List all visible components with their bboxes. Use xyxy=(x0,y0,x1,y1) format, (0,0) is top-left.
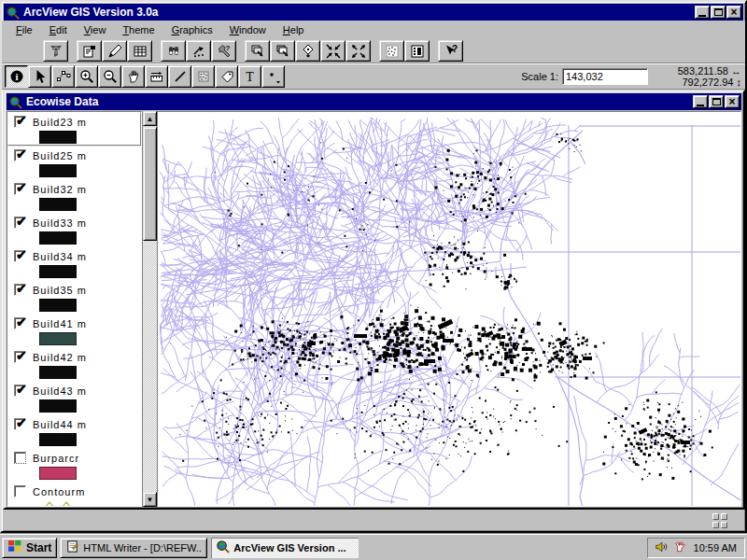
toc-theme-build41m[interactable]: ✔Build41 m xyxy=(7,314,141,347)
area-select-button[interactable] xyxy=(191,65,215,88)
building-dot xyxy=(678,412,680,413)
stream-line xyxy=(562,167,580,177)
edit-legend-button[interactable] xyxy=(102,40,127,62)
zoom-in-step-button[interactable] xyxy=(320,40,345,62)
theme-checkbox[interactable]: ✔ xyxy=(14,351,26,363)
theme-checkbox[interactable]: ✔ xyxy=(14,183,26,195)
draw-line-button[interactable] xyxy=(168,65,191,88)
doc-minimize-button[interactable] xyxy=(693,95,708,108)
doc-titlebar[interactable]: Ecowise Data × xyxy=(7,93,741,110)
toc-theme-build32m[interactable]: ✔Build32 m xyxy=(7,179,141,213)
start-button[interactable]: Start xyxy=(2,538,57,558)
help-pointer-button[interactable]: ? xyxy=(438,40,463,62)
add-theme-button[interactable] xyxy=(43,40,68,62)
stream-line xyxy=(355,446,430,497)
toc-theme-build35m[interactable]: ✔Build35 m xyxy=(7,280,141,314)
zoom-to-full-extent-button[interactable] xyxy=(245,40,270,62)
building-dot xyxy=(267,452,268,453)
toc-theme-build43m[interactable]: ✔Build43 m xyxy=(7,381,141,414)
toc-theme-burparcr[interactable]: Burparcr xyxy=(7,448,141,482)
select-features-button[interactable] xyxy=(379,40,404,62)
building-dot xyxy=(435,440,436,441)
pointer-button[interactable] xyxy=(28,65,51,88)
pan-button[interactable] xyxy=(121,65,145,88)
menu-window[interactable]: Window xyxy=(221,22,275,38)
theme-checkbox[interactable]: ✔ xyxy=(14,284,26,296)
scroll-down-icon[interactable]: ▼ xyxy=(143,492,157,507)
toc-theme-build42m[interactable]: ✔Build42 m xyxy=(7,347,141,381)
locate-button[interactable] xyxy=(186,40,211,62)
zoom-in-button[interactable] xyxy=(75,65,98,88)
app-titlebar[interactable]: ArcView GIS Version 3.0a × xyxy=(4,4,743,21)
building-dot xyxy=(222,410,223,411)
maximize-button[interactable] xyxy=(711,6,726,19)
menu-theme[interactable]: Theme xyxy=(114,22,162,38)
building-dot xyxy=(369,323,372,326)
building-dot xyxy=(316,336,317,338)
toc-theme-build33m[interactable]: ✔Build33 m xyxy=(7,213,141,246)
toc-theme-build44m[interactable]: ✔Build44 m xyxy=(7,414,141,448)
toc-theme-build34m[interactable]: ✔Build34 m xyxy=(7,246,141,280)
toc-theme-build25m[interactable]: ✔Build25 m xyxy=(7,146,141,179)
building-dot xyxy=(516,410,517,411)
text-button[interactable]: T xyxy=(238,65,261,88)
toc-theme-contourm[interactable]: Contourm xyxy=(7,482,141,507)
theme-checkbox[interactable] xyxy=(14,452,26,464)
building-dot xyxy=(442,335,445,339)
draw-point-button[interactable] xyxy=(261,65,285,88)
taskbar-task-html-writer[interactable]: HTML Writer - [D:\REFW... xyxy=(60,538,207,558)
query-builder-button[interactable]: ? xyxy=(211,40,236,62)
theme-checkbox[interactable]: ✔ xyxy=(14,317,26,329)
find-button[interactable] xyxy=(161,40,186,62)
close-button[interactable]: × xyxy=(726,6,741,19)
map-view[interactable] xyxy=(157,111,741,507)
building-dot xyxy=(486,345,488,348)
theme-checkbox[interactable]: ✔ xyxy=(14,217,26,229)
building-dot xyxy=(439,442,440,443)
layout-button[interactable] xyxy=(404,40,430,62)
volume-icon[interactable] xyxy=(654,540,669,555)
scale-input[interactable] xyxy=(562,68,648,85)
theme-checkbox[interactable]: ✔ xyxy=(14,250,26,262)
capture-hand-icon[interactable] xyxy=(673,539,687,555)
minimize-button[interactable] xyxy=(695,6,710,19)
theme-checkbox[interactable]: ✔ xyxy=(14,418,26,430)
theme-checkbox[interactable]: ✔ xyxy=(14,385,26,397)
menu-file[interactable]: File xyxy=(7,22,41,38)
vertex-edit-button[interactable] xyxy=(51,65,75,88)
theme-properties-button[interactable] xyxy=(77,40,102,62)
resize-grip[interactable] xyxy=(712,513,728,529)
measure-button[interactable] xyxy=(145,65,168,88)
taskbar-task-arcview[interactable]: ArcView GIS Version ... xyxy=(211,538,359,558)
building-dot xyxy=(478,177,479,178)
scroll-thumb[interactable] xyxy=(143,127,157,241)
toc-theme-build23m[interactable]: ✔Build23 m xyxy=(7,112,141,146)
zoom-to-active-theme-button[interactable] xyxy=(270,40,295,62)
building-dot xyxy=(576,333,578,335)
theme-checkbox[interactable]: ✔ xyxy=(14,149,26,161)
building-dot xyxy=(474,259,477,261)
building-dot xyxy=(450,172,453,175)
building-dot xyxy=(688,428,690,430)
zoom-out-step-button[interactable] xyxy=(345,40,371,62)
doc-close-button[interactable]: × xyxy=(725,95,740,108)
zoom-out-button[interactable] xyxy=(98,65,121,88)
menu-help[interactable]: Help xyxy=(275,22,313,38)
theme-checkbox[interactable]: ✔ xyxy=(14,116,26,128)
map-canvas[interactable] xyxy=(158,112,741,507)
theme-checkbox[interactable] xyxy=(14,485,26,497)
doc-maximize-button[interactable] xyxy=(709,95,724,108)
building-dot xyxy=(376,317,380,321)
menu-edit[interactable]: Edit xyxy=(41,22,76,38)
zoom-to-selected-button[interactable] xyxy=(295,40,320,62)
open-theme-table-button[interactable] xyxy=(127,40,152,62)
toc-scrollbar[interactable]: ▲ ▼ xyxy=(142,111,157,507)
label-button[interactable] xyxy=(215,65,238,88)
scroll-up-icon[interactable]: ▲ xyxy=(143,111,157,126)
building-dot xyxy=(636,443,638,445)
menu-graphics[interactable]: Graphics xyxy=(163,22,221,38)
building-dot xyxy=(299,332,301,334)
coordinate-readout: 583,211.58↔ 792,272.94↕ xyxy=(661,65,741,88)
identify-button[interactable]: i xyxy=(5,65,28,88)
menu-view[interactable]: View xyxy=(76,22,115,38)
